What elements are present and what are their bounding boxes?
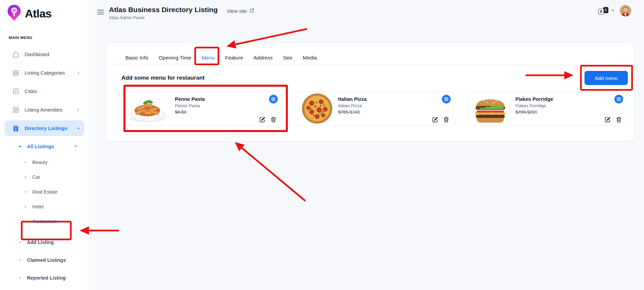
bullet-icon xyxy=(25,176,26,178)
chevron-down-icon xyxy=(76,126,81,131)
sidebar-item-label: Listing Amenities xyxy=(25,107,63,113)
sidebar-item-reported-listing[interactable]: Reported Listing xyxy=(0,269,89,287)
bullet-icon xyxy=(25,191,26,193)
menu-badge-icon xyxy=(269,95,278,103)
bullet-icon xyxy=(20,242,21,243)
hamburger-menu-icon[interactable] xyxy=(97,9,105,15)
edit-icon[interactable] xyxy=(604,116,611,123)
edit-icon[interactable] xyxy=(432,116,439,123)
menu-item-price: $700-$890 xyxy=(516,110,554,115)
sidebar-item-directory-listings[interactable]: Directory Listings xyxy=(5,120,84,136)
menu-card-flakes-porridge: Flakes Porridge Flakes Porridge $700-$89… xyxy=(468,91,627,126)
trash-icon[interactable] xyxy=(615,116,622,123)
page-title: Atlas Business Directory Listing xyxy=(109,6,218,14)
sidebar-item-label: Car xyxy=(32,174,40,180)
tab-seo[interactable]: Seo xyxy=(283,55,293,61)
content-panel: Basic Info Opening Time Menu Feature Add… xyxy=(106,43,635,141)
bullet-icon xyxy=(20,277,21,279)
atlas-pin-icon xyxy=(7,4,22,23)
menu-item-name: Italian Pizza xyxy=(338,96,367,102)
sidebar-item-label: Beauty xyxy=(32,160,47,165)
menu-item-name: Penne Pasta xyxy=(175,96,205,102)
bullet-icon xyxy=(25,221,27,222)
view-site-link[interactable]: View site xyxy=(227,8,255,14)
main-area: Atlas Business Directory Listing Atlas A… xyxy=(89,0,644,290)
sidebar-item-dashboard[interactable]: Dashboard xyxy=(5,45,84,64)
sidebar-item-car[interactable]: Car xyxy=(0,170,89,184)
menu-item-name: Flakes Porridge xyxy=(516,96,554,102)
sidebar-item-label: Real Estate xyxy=(32,189,58,195)
chevron-right-icon xyxy=(76,71,81,75)
menu-badge-icon xyxy=(442,95,451,103)
sidebar-item-listing-categories[interactable]: Listing Categories xyxy=(5,64,84,82)
bullet-icon xyxy=(19,146,21,147)
sidebar-item-listing-amenities[interactable]: Listing Amenities xyxy=(5,100,84,119)
external-link-icon xyxy=(249,8,255,14)
chevron-down-icon xyxy=(73,144,78,149)
view-site-label: View site xyxy=(227,8,247,14)
translate-latin-glyph: A xyxy=(598,9,604,14)
menu-item-description: Penne Pasta xyxy=(175,103,205,108)
sidebar-item-beauty[interactable]: Beauty xyxy=(0,155,89,170)
menu-item-old-price: $8- xyxy=(175,110,182,115)
menu-item-old-price: $700- xyxy=(516,110,527,115)
sidebar-item-label: Cities xyxy=(25,88,37,94)
page-subtitle: Atlas Admin Panel xyxy=(109,15,218,20)
sidebar-item-add-listing[interactable]: Add Listing xyxy=(0,233,89,251)
sidebar-item-label: Hotel xyxy=(32,204,44,209)
sidebar-item-label: Dashboard xyxy=(25,51,49,57)
sidebar-item-label: Directory Listings xyxy=(25,125,68,131)
tab-basic-info[interactable]: Basic Info xyxy=(125,55,148,61)
menu-item-price: $8-$8 xyxy=(175,110,205,115)
bullet-icon xyxy=(25,162,26,163)
chevron-right-icon xyxy=(76,108,81,112)
section-heading: Add some menu for restaurant xyxy=(121,75,205,81)
sidebar-item-label: Listing Categories xyxy=(25,70,65,76)
menu-item-new-price: $348 xyxy=(350,110,360,115)
sidebar-item-all-listings[interactable]: All Listings xyxy=(0,137,89,155)
trash-icon[interactable] xyxy=(443,116,450,123)
tab-bar: Basic Info Opening Time Menu Feature Add… xyxy=(106,43,634,65)
burger-image xyxy=(470,93,510,124)
grid-icon xyxy=(12,106,20,114)
tab-address[interactable]: Address xyxy=(254,55,273,61)
sidebar-item-label: Claimed Listings xyxy=(27,257,66,263)
brand-logo[interactable]: Atlas xyxy=(0,0,89,22)
sidebar-section-label: MAIN MENU xyxy=(9,36,89,40)
brand-name: Atlas xyxy=(25,7,51,20)
translate-cjk-glyph: 文 xyxy=(603,7,608,13)
menu-item-description: Italian Pizza xyxy=(338,103,367,108)
sidebar-item-label: All Listings xyxy=(27,143,54,149)
add-menu-button[interactable]: Add menu xyxy=(584,71,628,85)
sidebar-item-claimed-listings[interactable]: Claimed Listings xyxy=(0,251,89,269)
sidebar-item-restaurant[interactable]: Restaurant xyxy=(0,214,89,229)
menu-item-price: $765-$348 xyxy=(338,110,367,115)
sidebar-item-label: Reported Listing xyxy=(27,275,66,281)
menu-card-italian-pizza: Italian Pizza Italian Pizza $765-$348 xyxy=(295,91,454,126)
tab-media[interactable]: Media xyxy=(303,55,317,61)
user-avatar[interactable] xyxy=(619,4,632,17)
grid-icon xyxy=(12,69,20,77)
clipboard-list-icon xyxy=(12,125,20,132)
sidebar-item-label: Add Listing xyxy=(27,240,54,245)
tab-feature[interactable]: Feature xyxy=(225,55,243,61)
plus-square-icon xyxy=(12,88,20,95)
menu-item-description: Flakes Porridge xyxy=(516,103,554,108)
home-icon xyxy=(12,51,20,58)
trash-icon[interactable] xyxy=(270,116,277,123)
edit-icon[interactable] xyxy=(259,116,266,123)
pasta-image xyxy=(125,94,169,123)
menu-card-penne-pasta: Penne Pasta Penne Pasta $8-$8 xyxy=(122,91,281,126)
sidebar-nav: Dashboard Listing Categories Cities List… xyxy=(0,45,89,287)
sidebar-item-real-estate[interactable]: Real Estate xyxy=(0,184,89,199)
tab-opening-time[interactable]: Opening Time xyxy=(159,55,191,61)
sidebar-item-hotel[interactable]: Hotel xyxy=(0,199,89,214)
pizza-image xyxy=(298,93,333,124)
tab-menu[interactable]: Menu xyxy=(202,55,215,61)
sidebar: Atlas MAIN MENU Dashboard Listing Catego… xyxy=(0,0,89,290)
menu-item-old-price: $765- xyxy=(338,110,350,115)
bullet-icon xyxy=(25,206,26,207)
language-selector[interactable]: A 文 xyxy=(598,7,615,15)
sidebar-item-label: Restaurant xyxy=(33,219,56,224)
sidebar-item-cities[interactable]: Cities xyxy=(5,82,84,100)
